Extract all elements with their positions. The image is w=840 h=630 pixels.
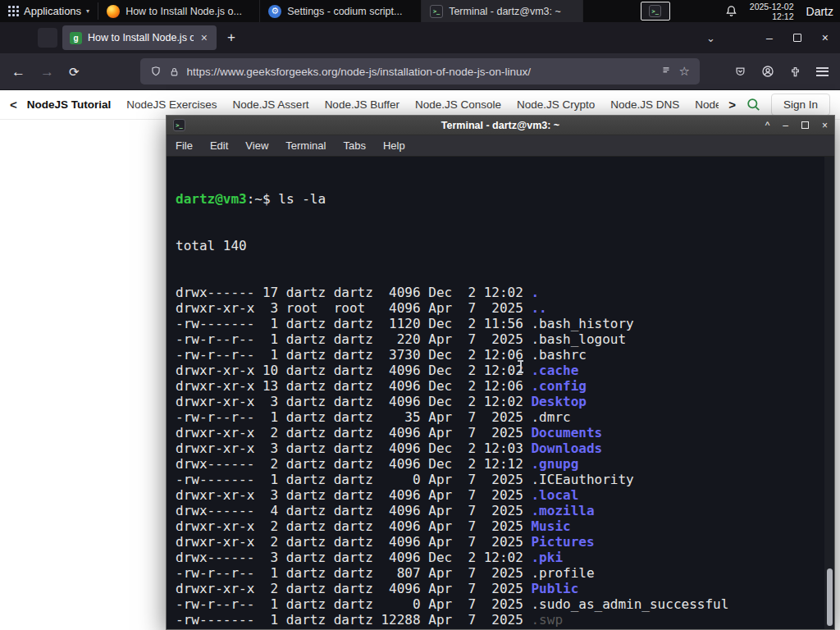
- terminal-rollup-button[interactable]: ^: [765, 121, 770, 130]
- notification-bell-icon[interactable]: [725, 5, 737, 17]
- terminal-line: -rw-r--r-- 1 dartz dartz 220 Apr 7 2025 …: [176, 331, 821, 347]
- settings-icon: ⚙: [268, 5, 281, 18]
- file-meta: drwxr-xr-x 3 dartz dartz 4096 Dec 2 12:0…: [176, 441, 531, 456]
- gfg-nav-item[interactable]: Node.JS Crypto: [517, 98, 595, 111]
- terminal-icon: >_: [173, 119, 185, 131]
- pocket-icon[interactable]: [734, 66, 746, 78]
- file-name: .ICEauthority: [531, 472, 633, 487]
- total-line: total 140: [176, 238, 821, 253]
- menu-tabs[interactable]: Tabs: [343, 139, 365, 152]
- taskbar-button-label: Terminal - dartz@vm3: ~: [449, 6, 561, 17]
- mouse-cursor-ibeam: [517, 360, 524, 373]
- back-button[interactable]: ←: [11, 65, 25, 79]
- applications-menu-button[interactable]: Applications ▾: [0, 0, 98, 22]
- file-meta: -rw-r--r-- 1 dartz dartz 220 Apr 7 2025: [176, 331, 531, 347]
- tab-close-icon[interactable]: ×: [199, 31, 209, 44]
- terminal-window-title: Terminal - dartz@vm3: ~: [167, 120, 834, 131]
- file-meta: drwxr-xr-x 3 dartz dartz 4096 Apr 7 2025: [176, 487, 531, 503]
- sign-in-button[interactable]: Sign In: [771, 94, 830, 116]
- file-name: Templates: [531, 628, 602, 629]
- menu-edit[interactable]: Edit: [210, 139, 228, 152]
- taskbar-button[interactable]: ⚙Settings - codium script...: [260, 0, 422, 22]
- user-menu[interactable]: Dartz: [806, 5, 833, 18]
- clock[interactable]: 2025-12-02 12:12: [750, 2, 794, 21]
- terminal-line: -rw------- 1 dartz dartz 0 Apr 7 2025 .I…: [176, 472, 821, 487]
- terminal-line: drwxr-xr-x 10 dartz dartz 4096 Dec 2 12:…: [176, 363, 821, 378]
- window-close-button[interactable]: ×: [822, 32, 829, 43]
- taskbar: How to Install Node.js o...⚙Settings - c…: [98, 0, 583, 22]
- browser-tab[interactable]: g How to Install Node.js on... ×: [62, 25, 217, 50]
- file-name: .swp: [531, 612, 563, 628]
- list-all-tabs-icon[interactable]: ⌄: [706, 32, 715, 44]
- file-name: .local: [531, 487, 578, 503]
- terminal-line: -rw-r--r-- 1 dartz dartz 0 Apr 7 2025 .s…: [176, 596, 821, 612]
- taskbar-button[interactable]: How to Install Node.js o...: [98, 0, 260, 22]
- menu-help[interactable]: Help: [383, 139, 405, 152]
- window-minimize-button[interactable]: –: [766, 32, 773, 43]
- gfg-nav-item[interactable]: Node.JS Assert: [233, 98, 309, 111]
- terminal-body[interactable]: dartz@vm3:~$ ls -la total 140 drwx------…: [167, 157, 834, 629]
- bookmark-star-icon[interactable]: ☆: [679, 64, 690, 79]
- menu-file[interactable]: File: [176, 139, 193, 152]
- search-icon[interactable]: [746, 97, 761, 112]
- extensions-puzzle-icon[interactable]: [789, 66, 801, 78]
- scrollbar-thumb[interactable]: [827, 568, 833, 626]
- file-name: Music: [531, 518, 570, 534]
- gfg-nav-item[interactable]: NodeJS Tutorial: [27, 98, 112, 111]
- firefox-view-icon[interactable]: [38, 28, 57, 48]
- reader-mode-icon[interactable]: [660, 66, 672, 77]
- menu-terminal[interactable]: Terminal: [285, 139, 326, 152]
- terminal-line: drwxr-xr-x 2 dartz dartz 4096 Apr 7 2025…: [176, 581, 821, 596]
- tray-terminal-icon[interactable]: >_: [641, 2, 670, 21]
- gfg-nav-item[interactable]: Node.JS Console: [415, 98, 501, 111]
- gfg-nav-item[interactable]: NodeJS Exercises: [126, 98, 217, 111]
- tab-title: How to Install Node.js on...: [88, 32, 194, 43]
- terminal-line: drwxr-xr-x 2 dartz dartz 4096 Apr 7 2025…: [176, 628, 821, 629]
- file-name: .gnupg: [531, 456, 578, 472]
- forward-button[interactable]: →: [40, 65, 54, 79]
- file-meta: drwxr-xr-x 2 dartz dartz 4096 Apr 7 2025: [176, 518, 531, 534]
- file-meta: -rw-r--r-- 1 dartz dartz 807 Apr 7 2025: [176, 565, 531, 581]
- menu-hamburger-icon[interactable]: [816, 67, 829, 76]
- nav-scroll-left-icon[interactable]: <: [10, 98, 17, 112]
- applications-label: Applications: [24, 5, 81, 17]
- url-text[interactable]: https://www.geeksforgeeks.org/node-js/in…: [187, 66, 653, 78]
- nav-scroll-right-icon[interactable]: >: [728, 98, 736, 112]
- file-name: .bash_logout: [531, 331, 626, 347]
- terminal-maximize-button[interactable]: [801, 121, 809, 129]
- file-name: .pki: [531, 550, 563, 565]
- terminal-line: drwxr-xr-x 3 root root 4096 Apr 7 2025 .…: [176, 300, 821, 316]
- window-maximize-button[interactable]: [793, 34, 801, 42]
- url-bar[interactable]: https://www.geeksforgeeks.org/node-js/in…: [140, 58, 700, 84]
- gfg-nav-item[interactable]: Node.JS DNS: [610, 98, 679, 111]
- file-meta: -rw------- 1 dartz dartz 12288 Apr 7 202…: [176, 612, 531, 628]
- prompt-command: ls -la: [278, 191, 326, 207]
- taskbar-button[interactable]: >_Terminal - dartz@vm3: ~: [422, 0, 583, 22]
- terminal-close-button[interactable]: ×: [822, 121, 828, 130]
- reload-button[interactable]: ⟳: [69, 66, 80, 78]
- tab-favicon: g: [70, 32, 82, 44]
- file-name: Desktop: [531, 394, 586, 409]
- lock-icon[interactable]: [169, 66, 180, 77]
- prompt-user-host: dartz@vm3: [176, 191, 247, 207]
- file-name: .config: [531, 378, 586, 394]
- chevron-down-icon: ▾: [86, 7, 89, 15]
- terminal-window: >_ Terminal - dartz@vm3: ~ ^ – × FileEdi…: [166, 115, 835, 630]
- terminal-line: -rw-r--r-- 1 dartz dartz 807 Apr 7 2025 …: [176, 565, 821, 581]
- gfg-nav-item[interactable]: Node.JS Buffer: [325, 98, 399, 111]
- terminal-line: drwxr-xr-x 2 dartz dartz 4096 Apr 7 2025…: [176, 425, 821, 441]
- terminal-titlebar[interactable]: >_ Terminal - dartz@vm3: ~ ^ – ×: [167, 116, 834, 135]
- file-name: Downloads: [531, 441, 602, 456]
- file-meta: -rw-r--r-- 1 dartz dartz 3730 Dec 2 12:0…: [176, 347, 531, 363]
- prompt-line: dartz@vm3:~$ ls -la: [176, 191, 821, 207]
- terminal-line: drwx------ 2 dartz dartz 4096 Dec 2 12:1…: [176, 456, 821, 472]
- terminal-line: drwxr-xr-x 2 dartz dartz 4096 Apr 7 2025…: [176, 534, 821, 550]
- shield-icon[interactable]: [150, 66, 162, 77]
- account-icon[interactable]: [761, 65, 774, 78]
- gfg-nav-items: NodeJS TutorialNodeJS ExercisesNode.JS A…: [27, 98, 719, 111]
- gfg-nav-item[interactable]: Node: [695, 98, 719, 111]
- terminal-minimize-button[interactable]: –: [783, 121, 788, 130]
- terminal-scrollbar[interactable]: [824, 157, 834, 629]
- new-tab-button[interactable]: +: [227, 30, 235, 46]
- menu-view[interactable]: View: [245, 139, 268, 152]
